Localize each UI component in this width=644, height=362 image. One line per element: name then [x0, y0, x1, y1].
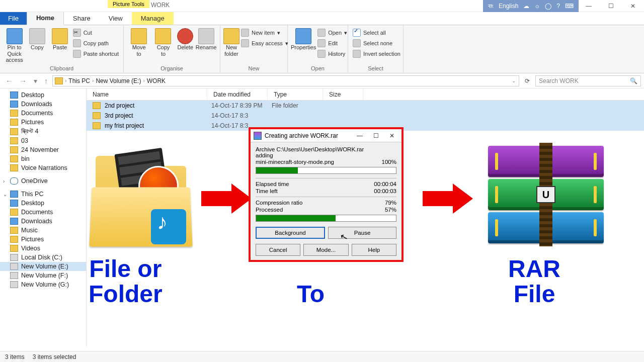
folder-icon	[10, 146, 18, 153]
group-label-open: Open	[288, 65, 348, 73]
tree-item: Downloads	[0, 217, 86, 226]
keyboard-icon: ⌨	[565, 3, 574, 10]
history-button[interactable]: History	[316, 49, 349, 59]
tree-item: Downloads	[0, 100, 86, 109]
navigation-tree[interactable]: Desktop Downloads Documents Pictures স্ক…	[0, 88, 87, 346]
tree-onedrive: ›OneDrive	[0, 176, 86, 186]
manage-tab[interactable]: Manage	[132, 12, 174, 25]
move-to-button[interactable]: Move to	[127, 26, 151, 57]
copy-to-button[interactable]: Copy to	[151, 26, 175, 57]
rename-icon	[198, 28, 214, 44]
dialog-min-button[interactable]: —	[353, 132, 366, 139]
home-tab[interactable]: Home	[27, 11, 64, 25]
edit-icon	[317, 39, 326, 47]
processed-label: Processed	[256, 207, 283, 213]
drive-icon	[10, 263, 18, 270]
close-button[interactable]: ✕	[622, 0, 644, 12]
refresh-button[interactable]: ⟳	[521, 77, 533, 84]
select-none-icon	[353, 39, 361, 47]
view-tab[interactable]: View	[100, 12, 132, 25]
select-all-icon	[353, 29, 361, 37]
title-bar: Picture Tools WORK বাং English ☁ ☼ ◯ ? ⌨…	[0, 0, 644, 12]
background-button[interactable]: Background	[256, 227, 325, 239]
desktop-icon	[10, 200, 18, 207]
delete-icon	[177, 28, 193, 44]
ratio-label: Compression ratio	[256, 200, 302, 206]
status-bar: 3 items 3 items selected	[0, 351, 644, 362]
select-none-button[interactable]: Select none	[351, 38, 402, 48]
tree-thispc: ⌄This PC	[0, 190, 86, 199]
select-all-button[interactable]: Select all	[351, 28, 402, 38]
circle-icon: ◯	[545, 3, 551, 10]
elapsed-label: Elapsed time	[256, 181, 289, 187]
breadcrumb[interactable]: › This PC› New Volume (E:)› WORK ⌄	[52, 75, 519, 86]
cancel-button[interactable]: Cancel	[256, 244, 300, 256]
cut-button[interactable]: ✂Cut	[71, 28, 120, 38]
tree-item: Voice Narrations	[0, 163, 86, 172]
open-button[interactable]: Open ▾	[316, 28, 349, 38]
easy-access-button[interactable]: Easy access ▾	[239, 38, 290, 48]
file-row[interactable]: 2nd project14-Oct-17 8:39 PMFile folder	[87, 101, 644, 111]
minimize-button[interactable]: —	[578, 0, 600, 12]
group-label-select: Select	[348, 65, 403, 73]
delete-button[interactable]: Delete	[176, 26, 195, 51]
ribbon-tabs: File Home Share View Manage	[0, 12, 644, 25]
elapsed-value: 00:00:04	[374, 181, 396, 187]
tree-item-selected: New Volume (E:)	[0, 262, 86, 271]
rename-button[interactable]: Rename	[195, 26, 217, 51]
copy-path-button[interactable]: Copy path	[71, 38, 120, 48]
paste-button[interactable]: Paste	[48, 26, 71, 51]
nav-back-button[interactable]: ←	[3, 77, 15, 85]
tree-item: 03	[0, 136, 86, 145]
col-date[interactable]: Date modified	[207, 88, 268, 100]
copy-to-icon	[155, 28, 171, 44]
col-name[interactable]: Name	[87, 88, 207, 100]
address-bar: ← → ▾ ↑ › This PC› New Volume (E:)› WORK…	[0, 73, 644, 88]
share-tab[interactable]: Share	[64, 12, 100, 25]
tree-item: Pictures	[0, 235, 86, 244]
pin-to-quick-access-button[interactable]: Pin to Quick access	[3, 26, 26, 63]
nav-forward-button[interactable]: →	[17, 77, 29, 85]
new-item-button[interactable]: New item ▾	[239, 28, 290, 38]
easy-access-icon	[241, 39, 249, 47]
maximize-button[interactable]: ☐	[600, 0, 622, 12]
ratio-value: 79%	[385, 200, 396, 206]
tree-item: Pictures	[0, 118, 86, 127]
tree-item: Local Disk (C:)	[0, 253, 86, 262]
language-bar[interactable]: বাং English ☁ ☼ ◯ ? ⌨	[483, 0, 579, 12]
col-size[interactable]: Size	[323, 88, 363, 100]
folder-icon	[93, 112, 101, 119]
search-icon: 🔍	[630, 77, 637, 84]
crumb-root[interactable]: This PC	[68, 77, 90, 84]
properties-button[interactable]: Properties	[291, 26, 316, 51]
file-tab[interactable]: File	[0, 12, 27, 25]
paste-icon	[52, 28, 68, 44]
music-icon	[10, 227, 18, 234]
timeleft-value: 00:00:03	[374, 188, 396, 194]
paste-shortcut-button[interactable]: Paste shortcut	[71, 49, 120, 59]
cloud-icon: ☁	[523, 3, 529, 10]
edit-button[interactable]: Edit	[316, 38, 349, 48]
crumb-drive[interactable]: New Volume (E:)	[96, 77, 141, 84]
current-file: mini-minecraft-story-mode.png	[256, 159, 334, 165]
lang-name: English	[499, 3, 518, 10]
help-button[interactable]: Help	[352, 244, 396, 256]
nav-recent-button[interactable]: ▾	[31, 77, 40, 85]
properties-icon	[295, 28, 311, 44]
col-type[interactable]: Type	[268, 88, 323, 100]
nav-up-button[interactable]: ↑	[42, 77, 50, 85]
mode-button[interactable]: Mode...	[303, 244, 348, 256]
new-folder-button[interactable]: New folder	[223, 26, 239, 57]
pause-button[interactable]: Pause	[328, 227, 396, 239]
search-input[interactable]: Search WORK 🔍	[535, 75, 641, 86]
copy-button[interactable]: Copy	[26, 26, 48, 51]
contextual-tools-label: Picture Tools	[108, 0, 149, 8]
column-headers[interactable]: Name Date modified Type Size	[87, 88, 644, 101]
dialog-max-button[interactable]: ☐	[369, 132, 382, 139]
crumb-folder[interactable]: WORK	[147, 77, 166, 84]
dialog-close-button[interactable]: ✕	[385, 132, 398, 139]
videos-icon	[10, 245, 18, 252]
folder-icon	[93, 102, 101, 109]
invert-selection-button[interactable]: Invert selection	[351, 49, 402, 59]
file-row[interactable]: 3rd project14-Oct-17 8:3	[87, 111, 644, 121]
